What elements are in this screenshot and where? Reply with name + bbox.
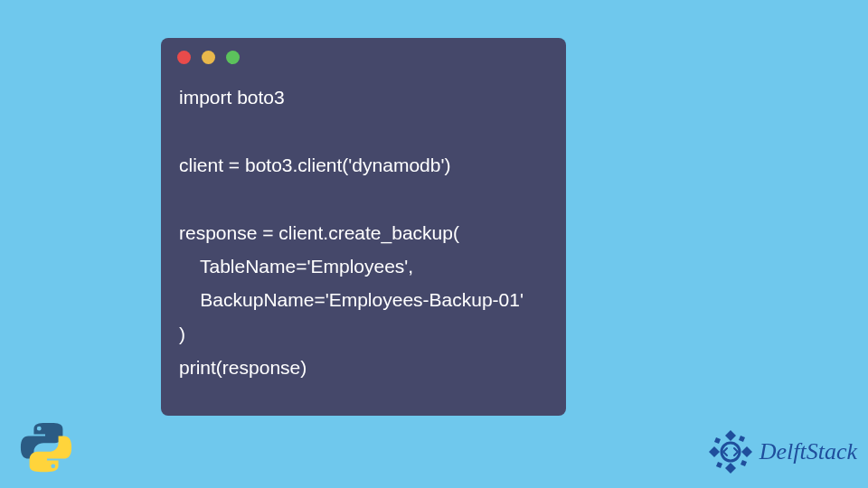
traffic-lights bbox=[161, 51, 566, 73]
maximize-dot bbox=[226, 51, 240, 64]
code-content: import boto3 client = boto3.client('dyna… bbox=[161, 73, 566, 384]
brand-footer: DelftStack bbox=[707, 428, 857, 475]
code-window: import boto3 client = boto3.client('dyna… bbox=[161, 38, 566, 416]
brand-name: DelftStack bbox=[760, 438, 857, 465]
python-logo-icon bbox=[18, 419, 74, 475]
minimize-dot bbox=[202, 51, 215, 64]
delftstack-logo-icon bbox=[707, 428, 754, 475]
close-dot bbox=[177, 51, 191, 64]
